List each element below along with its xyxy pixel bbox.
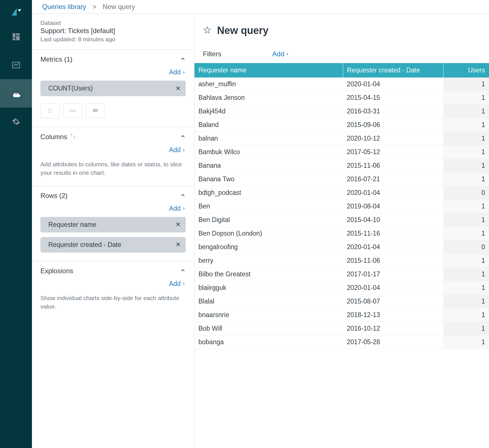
cell-users: 1 bbox=[443, 295, 489, 308]
svg-point-7 bbox=[72, 110, 73, 111]
table-row[interactable]: bengalroofing2020-01-040 bbox=[194, 240, 489, 254]
cell-users: 1 bbox=[443, 254, 489, 268]
table-header-users[interactable]: Users bbox=[443, 63, 489, 77]
chevron-up-icon[interactable] bbox=[180, 133, 186, 141]
row-chip-label: Requester name bbox=[48, 221, 96, 229]
nav-datasets[interactable] bbox=[0, 79, 32, 107]
table-row[interactable]: Banana2015-11-061 bbox=[194, 159, 489, 173]
cell-users: 1 bbox=[443, 91, 489, 105]
rows-add-button[interactable]: Add bbox=[40, 205, 186, 212]
cell-users: 1 bbox=[443, 213, 489, 227]
cell-requester-date: 2015-04-15 bbox=[343, 91, 443, 105]
explosions-add-button[interactable]: Add bbox=[40, 280, 186, 288]
table-row[interactable]: Bakj454d2016-03-311 bbox=[194, 105, 489, 118]
cell-requester-name: bobanga bbox=[194, 335, 343, 349]
cell-requester-name: Bakj454d bbox=[194, 105, 343, 118]
table-row[interactable]: blaiirgguk2020-01-041 bbox=[194, 281, 489, 295]
cell-users: 1 bbox=[443, 118, 489, 132]
dataset-block: Dataset Support: Tickets [default] Last … bbox=[32, 14, 194, 50]
table-row[interactable]: berry2015-11-061 bbox=[194, 254, 489, 268]
query-results: New query Filters Add Requester name bbox=[194, 14, 489, 448]
breadcrumb-library-link[interactable]: Queries library bbox=[42, 3, 86, 11]
cell-requester-name: Bahlava Jenson bbox=[194, 91, 343, 105]
chevron-up-icon[interactable] bbox=[180, 55, 186, 63]
cell-requester-name: berry bbox=[194, 254, 343, 268]
metrics-add-button[interactable]: Add bbox=[40, 68, 186, 76]
results-table: Requester name Requester created - Date … bbox=[194, 63, 489, 349]
table-row[interactable]: Blalal2015-08-071 bbox=[194, 295, 489, 308]
cell-requester-date: 2015-11-06 bbox=[343, 254, 443, 268]
cell-requester-date: 2015-11-06 bbox=[343, 159, 443, 173]
table-header-requester-date[interactable]: Requester created - Date bbox=[343, 63, 443, 77]
cell-requester-name: bdtgh_podcast bbox=[194, 186, 343, 200]
page-title: New query bbox=[217, 25, 269, 36]
rows-title: Rows (2) bbox=[40, 192, 68, 200]
cell-users: 1 bbox=[443, 145, 489, 159]
explosions-section: Explosions Add Show individual charts si… bbox=[32, 261, 194, 320]
cell-requester-name: bnaarsnrie bbox=[194, 308, 343, 322]
rows-section: Rows (2) Add Requester name ✕ Re bbox=[32, 186, 194, 261]
table-row[interactable]: bdtgh_podcast2020-01-040 bbox=[194, 186, 489, 200]
cell-requester-date: 2016-03-31 bbox=[343, 105, 443, 118]
close-icon[interactable]: ✕ bbox=[176, 221, 181, 228]
dataset-label: Dataset bbox=[40, 20, 186, 26]
comment-icon[interactable] bbox=[86, 104, 105, 118]
cell-requester-date: 2017-05-12 bbox=[343, 145, 443, 159]
table-row[interactable]: Bambuk Wilco2017-05-121 bbox=[194, 145, 489, 159]
table-row[interactable]: Ben Dopson (London)2015-11-161 bbox=[194, 227, 489, 240]
svg-rect-5 bbox=[12, 38, 15, 40]
close-icon[interactable]: ✕ bbox=[176, 85, 181, 92]
cell-users: 1 bbox=[443, 268, 489, 281]
nav-reports[interactable] bbox=[0, 51, 32, 79]
row-chip[interactable]: Requester created - Date ✕ bbox=[40, 237, 186, 253]
row-chip[interactable]: Requester name ✕ bbox=[40, 217, 186, 232]
cell-users: 1 bbox=[443, 322, 489, 335]
query-config-panel: Dataset Support: Tickets [default] Last … bbox=[32, 14, 194, 448]
cell-users: 1 bbox=[443, 159, 489, 173]
cell-requester-name: Baland bbox=[194, 118, 343, 132]
svg-marker-8 bbox=[204, 27, 211, 33]
table-row[interactable]: Bob Will2016-10-121 bbox=[194, 322, 489, 335]
table-row[interactable]: balnan2020-10-121 bbox=[194, 132, 489, 145]
explosions-title: Explosions bbox=[40, 267, 73, 275]
table-row[interactable]: Baland2015-09-061 bbox=[194, 118, 489, 132]
cell-requester-date: 2015-09-06 bbox=[343, 118, 443, 132]
nav-dashboards[interactable] bbox=[0, 23, 32, 51]
metrics-title: Metrics (1) bbox=[40, 55, 72, 63]
columns-section: Columns Add Add attributes to c bbox=[32, 127, 194, 186]
svg-rect-2 bbox=[12, 33, 15, 38]
dataset-updated: Last updated: 8 minutes ago bbox=[40, 36, 186, 43]
nav-settings[interactable] bbox=[0, 107, 32, 136]
metric-chip[interactable]: COUNT(Users) ✕ bbox=[40, 81, 186, 96]
table-row[interactable]: Ben2019-08-041 bbox=[194, 200, 489, 213]
table-row[interactable]: Bilbo the Greatest2017-01-171 bbox=[194, 268, 489, 281]
chevron-up-icon[interactable] bbox=[180, 267, 186, 275]
cell-requester-name: Banana bbox=[194, 159, 343, 173]
columns-help-text: Add attributes to columns, like dates or… bbox=[40, 160, 186, 177]
svg-marker-0 bbox=[12, 8, 17, 16]
droplet-icon[interactable] bbox=[40, 104, 60, 118]
table-header-requester-name[interactable]: Requester name bbox=[194, 63, 343, 77]
table-row[interactable]: asher_muffin2020-01-041 bbox=[194, 77, 489, 91]
close-icon[interactable]: ✕ bbox=[176, 241, 181, 248]
cell-requester-name: balnan bbox=[194, 132, 343, 145]
table-row[interactable]: Bahlava Jenson2015-04-151 bbox=[194, 91, 489, 105]
table-row[interactable]: bnaarsnrie2018-12-131 bbox=[194, 308, 489, 322]
cell-requester-date: 2015-11-16 bbox=[343, 227, 443, 240]
filters-add-button[interactable]: Add bbox=[272, 50, 289, 58]
table-row[interactable]: bobanga2017-05-281 bbox=[194, 335, 489, 349]
columns-add-button[interactable]: Add bbox=[40, 146, 186, 154]
filters-label: Filters bbox=[203, 50, 221, 58]
star-icon[interactable] bbox=[203, 26, 211, 36]
swap-icon[interactable] bbox=[70, 133, 76, 141]
broadcast-icon[interactable] bbox=[63, 104, 82, 118]
cell-requester-date: 2020-01-04 bbox=[343, 240, 443, 254]
chevron-up-icon[interactable] bbox=[180, 192, 186, 200]
cell-requester-date: 2017-05-28 bbox=[343, 335, 443, 349]
metrics-section: Metrics (1) Add COUNT(Users) ✕ bbox=[32, 50, 194, 127]
cell-users: 0 bbox=[443, 186, 489, 200]
table-row[interactable]: Banana Two2016-07-211 bbox=[194, 173, 489, 186]
app-logo[interactable] bbox=[0, 3, 32, 23]
table-row[interactable]: Ben Digital2015-04-101 bbox=[194, 213, 489, 227]
cell-users: 1 bbox=[443, 227, 489, 240]
